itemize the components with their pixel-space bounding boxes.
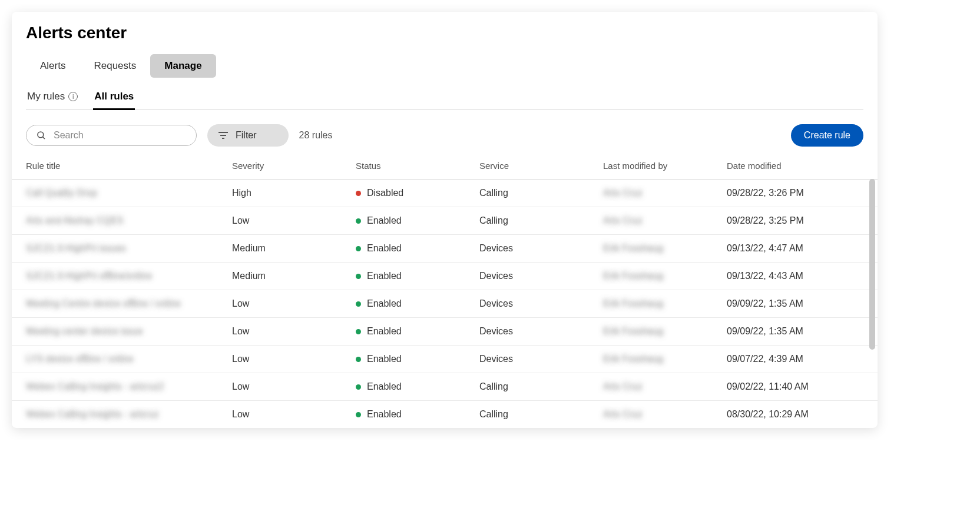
cell-date: 09/07/22, 4:39 AM	[727, 354, 863, 364]
column-header-modified-by[interactable]: Last modified by	[603, 161, 727, 171]
alerts-center-card: Alerts center Alerts Requests Manage My …	[12, 12, 878, 428]
status-text: Enabled	[367, 215, 402, 226]
cell-status: Enabled	[356, 381, 479, 392]
cell-modified-by: Erik Fosshaug	[603, 271, 727, 281]
cell-status: Enabled	[356, 298, 479, 309]
cell-modified-by: Arts Cruz	[603, 215, 727, 226]
cell-rule-title: Call Quality Drop	[26, 188, 232, 198]
status-dot-icon	[356, 274, 361, 279]
status-dot-icon	[356, 218, 361, 224]
rule-count: 28 rules	[299, 130, 333, 141]
table-row[interactable]: LYS device offline / onlineLowEnabledDev…	[12, 345, 878, 373]
status-text: Enabled	[367, 243, 402, 254]
cell-service: Devices	[479, 298, 603, 309]
cell-date: 09/28/22, 3:26 PM	[727, 188, 863, 198]
column-header-date[interactable]: Date modified	[727, 161, 863, 171]
cell-rule-title: Webex Calling Insights - artcruz2	[26, 381, 232, 392]
cell-rule-title: SJC21-3-HighPri offline/online	[26, 271, 232, 281]
cell-date: 08/30/22, 10:29 AM	[727, 409, 863, 420]
status-dot-icon	[356, 384, 361, 390]
cell-modified-by: Arts Cruz	[603, 409, 727, 420]
status-text: Enabled	[367, 271, 402, 281]
cell-rule-title: Meeting center device issue	[26, 326, 232, 337]
table-header: Rule title Severity Status Service Last …	[12, 156, 878, 179]
sub-tab-label: All rules	[94, 91, 134, 102]
sub-tabs: My rules i All rules	[26, 87, 863, 110]
cell-status: Enabled	[356, 215, 479, 226]
search-input[interactable]	[54, 130, 187, 141]
cell-severity: Low	[232, 354, 356, 364]
cell-date: 09/09/22, 1:35 AM	[727, 326, 863, 337]
status-text: Enabled	[367, 409, 402, 420]
column-header-severity[interactable]: Severity	[232, 161, 356, 171]
status-text: Enabled	[367, 354, 402, 364]
sub-tab-all-rules[interactable]: All rules	[93, 87, 135, 109]
cell-severity: Medium	[232, 243, 356, 254]
cell-severity: Low	[232, 381, 356, 392]
cell-service: Calling	[479, 409, 603, 420]
column-header-status[interactable]: Status	[356, 161, 479, 171]
table-rows: Call Quality DropHighDisabledCallingArts…	[12, 179, 878, 428]
status-dot-icon	[356, 246, 361, 251]
cell-rule-title: Meeting Centre device offline / online	[26, 298, 232, 309]
status-dot-icon	[356, 357, 361, 362]
cell-service: Devices	[479, 271, 603, 281]
cell-severity: High	[232, 188, 356, 198]
cell-status: Enabled	[356, 271, 479, 281]
table-row[interactable]: Meeting center device issueLowEnabledDev…	[12, 317, 878, 345]
filter-button[interactable]: Filter	[207, 124, 289, 147]
cell-rule-title: LYS device offline / online	[26, 354, 232, 364]
cell-modified-by: Erik Fosshaug	[603, 243, 727, 254]
info-icon: i	[68, 92, 78, 101]
table-row[interactable]: Meeting Centre device offline / onlineLo…	[12, 290, 878, 317]
sub-tab-my-rules[interactable]: My rules i	[26, 87, 79, 109]
cell-status: Disabled	[356, 188, 479, 198]
status-text: Disabled	[367, 188, 403, 198]
cell-modified-by: Arts Cruz	[603, 188, 727, 198]
table-row[interactable]: SJC21-3-HighPri issuesMediumEnabledDevic…	[12, 234, 878, 262]
status-dot-icon	[356, 329, 361, 334]
rows-container: Call Quality DropHighDisabledCallingArts…	[12, 179, 878, 428]
cell-modified-by: Erik Fosshaug	[603, 354, 727, 364]
filter-icon	[218, 131, 229, 140]
search-icon	[36, 130, 47, 141]
tab-alerts[interactable]: Alerts	[26, 54, 80, 78]
header: Alerts center Alerts Requests Manage My …	[12, 12, 878, 110]
cell-service: Devices	[479, 354, 603, 364]
table-row[interactable]: Arts and Akshay CQESLowEnabledCallingArt…	[12, 207, 878, 234]
filter-label: Filter	[236, 130, 257, 141]
cell-modified-by: Erik Fosshaug	[603, 326, 727, 337]
create-rule-button[interactable]: Create rule	[791, 124, 863, 147]
column-header-service[interactable]: Service	[479, 161, 603, 171]
cell-status: Enabled	[356, 409, 479, 420]
cell-severity: Low	[232, 215, 356, 226]
cell-status: Enabled	[356, 243, 479, 254]
tab-manage[interactable]: Manage	[150, 54, 216, 78]
sub-tab-label: My rules	[27, 91, 65, 102]
cell-rule-title: Arts and Akshay CQES	[26, 215, 232, 226]
cell-modified-by: Erik Fosshaug	[603, 298, 727, 309]
table-row[interactable]: Call Quality DropHighDisabledCallingArts…	[12, 179, 878, 207]
tab-requests[interactable]: Requests	[80, 54, 150, 78]
column-header-title[interactable]: Rule title	[26, 161, 232, 171]
svg-point-0	[38, 132, 44, 138]
cell-service: Calling	[479, 188, 603, 198]
table-row[interactable]: Webex Calling Insights - artcruzLowEnabl…	[12, 400, 878, 428]
page-title: Alerts center	[26, 24, 863, 42]
cell-service: Calling	[479, 381, 603, 392]
table-row[interactable]: SJC21-3-HighPri offline/onlineMediumEnab…	[12, 262, 878, 290]
primary-tabs: Alerts Requests Manage	[26, 54, 863, 78]
cell-severity: Low	[232, 298, 356, 309]
status-dot-icon	[356, 191, 361, 196]
search-input-wrapper[interactable]	[26, 125, 197, 146]
cell-date: 09/02/22, 11:40 AM	[727, 381, 863, 392]
cell-status: Enabled	[356, 354, 479, 364]
scrollbar[interactable]	[869, 179, 875, 350]
cell-severity: Low	[232, 326, 356, 337]
toolbar: Filter 28 rules Create rule	[12, 110, 878, 156]
status-dot-icon	[356, 412, 361, 417]
table-row[interactable]: Webex Calling Insights - artcruz2LowEnab…	[12, 373, 878, 400]
cell-rule-title: Webex Calling Insights - artcruz	[26, 409, 232, 420]
cell-status: Enabled	[356, 326, 479, 337]
cell-date: 09/28/22, 3:25 PM	[727, 215, 863, 226]
